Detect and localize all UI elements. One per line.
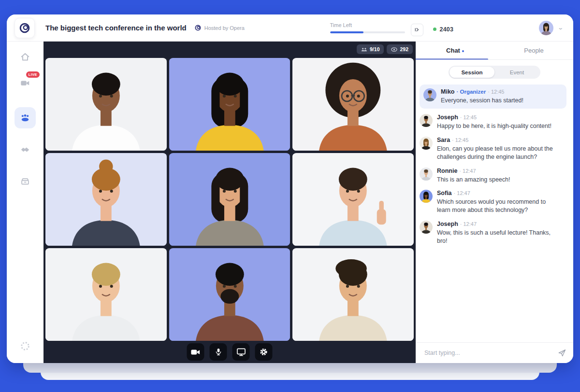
participant-video-3[interactable] (292, 58, 414, 151)
time-left-fill (330, 31, 364, 33)
message-header: Sofia · 12:47 (437, 190, 559, 196)
participant-video-7[interactable] (45, 248, 167, 341)
people-icon (19, 112, 31, 124)
message-role-badge: · Organizer (456, 89, 486, 95)
chat-message: Joseph · 12:45 Happy to be here, it is h… (420, 114, 566, 130)
online-counter: 2403 (433, 26, 454, 33)
sidebar-item-home[interactable] (14, 47, 36, 67)
message-text: Elon, can you please tell us more about … (437, 145, 559, 161)
screen-share-icon (236, 348, 246, 356)
chat-message: Ronnie · 12:47 This is an amazing speech… (420, 168, 566, 184)
chat-message: Joseph · 12:47 Wow, this is such a usefu… (420, 221, 566, 245)
time-left-bar (330, 31, 405, 33)
message-text: Everyone, session has started! (441, 97, 523, 105)
settings-button[interactable] (255, 343, 273, 361)
message-body: Ronnie · 12:47 This is an amazing speech… (437, 168, 510, 184)
message-author: Ronnie (437, 168, 457, 174)
user-menu[interactable]: ⌄ (539, 21, 563, 35)
chat-tabs: Chat People (416, 42, 573, 60)
tab-chat-label: Chat (446, 47, 460, 54)
message-time: · 12:47 (459, 168, 476, 174)
chevron-down-icon: ⌄ (557, 25, 564, 31)
sidebar-item-sessions[interactable] (14, 107, 36, 128)
tab-chat[interactable]: Chat (416, 42, 494, 59)
unread-dot (462, 50, 464, 52)
stage-panel: 9/10 292 (44, 42, 416, 363)
sidebar-item-expo[interactable] (14, 172, 36, 191)
stage-status-bar: 9/10 292 (45, 42, 413, 57)
header: The biggest tech conference in the world… (7, 14, 573, 42)
active-tab-underline (416, 58, 488, 60)
message-author: Sara (437, 137, 450, 143)
tab-people-label: People (524, 47, 543, 54)
handshake-icon (20, 144, 30, 155)
participant-video-2[interactable] (169, 58, 290, 151)
chat-message: Sara · 12:45 Elon, can you please tell u… (420, 137, 566, 161)
sidebar-item-stage[interactable]: LIVE (14, 73, 36, 93)
message-author: Joseph (437, 221, 458, 227)
logo-icon (18, 22, 31, 34)
participant-video-1[interactable] (45, 58, 167, 151)
user-avatar[interactable] (539, 21, 553, 35)
chat-scope-toggle: Session Event (449, 66, 540, 79)
send-button[interactable] (558, 349, 566, 357)
paper-plane-icon (558, 349, 566, 357)
message-header: Miko · Organizer · 12:45 (441, 88, 523, 95)
chat-input-bar (416, 342, 573, 363)
stage-viewers-count: 292 (400, 46, 408, 52)
sidebar-spinner (7, 341, 44, 351)
message-avatar (423, 88, 436, 101)
message-body: Joseph · 12:45 Happy to be here, it is h… (437, 114, 551, 130)
participant-video-8[interactable] (169, 248, 290, 341)
app-logo[interactable] (14, 18, 35, 38)
message-body: Sofia · 12:47 Which sources would you re… (437, 190, 559, 214)
time-left-label: Time Left (330, 22, 405, 28)
message-text: Wow, this is such a useful lecture! Than… (437, 229, 559, 245)
participant-video-9[interactable] (292, 248, 414, 341)
microphone-icon (214, 348, 222, 356)
home-icon (20, 52, 30, 62)
participant-video-6[interactable] (292, 153, 414, 246)
viewers-badge: 292 (387, 44, 413, 54)
message-time: · 12:47 (460, 221, 477, 227)
video-camera-icon (20, 78, 30, 88)
segment-session[interactable]: Session (450, 67, 494, 78)
chat-message: Miko · Organizer · 12:45 Everyone, sessi… (420, 84, 566, 109)
chat-input[interactable] (423, 349, 553, 357)
speakers-icon (361, 47, 367, 52)
tab-people[interactable]: People (494, 42, 573, 59)
message-body: Joseph · 12:47 Wow, this is such a usefu… (437, 221, 559, 245)
message-author: Joseph (437, 114, 458, 121)
screen-share-button[interactable] (232, 343, 250, 361)
message-header: Joseph · 12:47 (437, 221, 559, 227)
host-logo-icon (194, 24, 202, 31)
hosted-by-label: Hosted by Opera (204, 25, 245, 31)
booth-icon (20, 176, 30, 187)
sidebar-item-networking[interactable] (14, 140, 36, 159)
message-author: Sofia (437, 190, 452, 196)
message-body: Sara · 12:45 Elon, can you please tell u… (437, 137, 559, 161)
online-dot (433, 28, 436, 31)
video-grid (45, 58, 414, 341)
participant-video-4[interactable] (45, 153, 167, 246)
eye-icon (391, 47, 397, 52)
chat-message: Sofia · 12:47 Which sources would you re… (420, 190, 566, 214)
event-title: The biggest tech conference in the world (45, 24, 187, 32)
microphone-button[interactable] (210, 343, 227, 361)
message-time: · 12:47 (454, 190, 470, 196)
chat-panel: Chat People Session Event Miko · Organiz… (416, 42, 573, 363)
skip-button[interactable] (411, 24, 423, 36)
skip-forward-icon (414, 27, 420, 32)
message-author: Miko (441, 88, 454, 95)
online-count: 2403 (440, 26, 454, 33)
segment-event[interactable]: Event (494, 67, 539, 78)
camera-icon (191, 349, 201, 356)
message-avatar (420, 221, 433, 234)
camera-button[interactable] (187, 343, 204, 361)
speakers-count: 9/10 (370, 46, 379, 52)
message-text: Happy to be here, it is high-quality con… (437, 122, 551, 130)
message-text: Which sources would you recommend to lea… (437, 198, 559, 214)
message-header: Ronnie · 12:47 (437, 168, 510, 174)
live-badge: LIVE (26, 71, 40, 78)
participant-video-5[interactable] (169, 153, 290, 246)
